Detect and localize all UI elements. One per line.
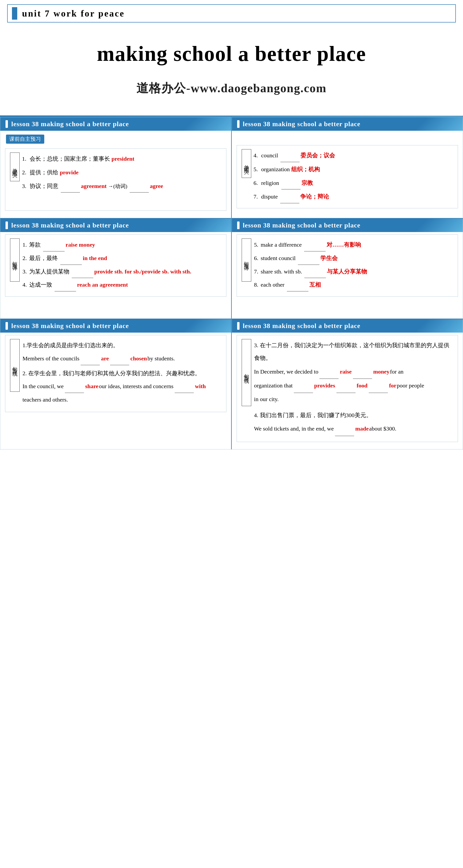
section-label-col: 单词闯关 [10,153,20,181]
section-label-col: 句型在线 [10,339,20,392]
phrase-en: student council [261,252,296,265]
sentence-items-right: 3. 在十二月份，我们决定为一个组织筹款，这个组织为我们城市里的穷人提供食物。 … [254,339,453,438]
vocab-num: 4. [254,149,261,162]
sent-part: In the council, we [23,380,64,393]
phrase-num: 2. [23,252,29,265]
header-bar-icon [5,120,8,128]
vocab-answer-3b: agree [150,180,163,192]
header-bar [12,7,17,20]
panel-5-header: lesson 38 making school a better place [0,319,231,333]
panel-2: lesson 38 making school a better place 单… [232,117,463,218]
phrase-answer-1: raise money [66,239,95,251]
answer-food: food [357,379,367,393]
panel-2-header: lesson 38 making school a better place [232,117,463,131]
sentence-items: 1.学生会的成员是由学生们选出来的。 Members of the counci… [23,339,221,408]
sent-part: by students. [147,352,175,365]
phrase-cn: 筹款 [29,239,41,251]
phrase-answer-8: 互相 [309,278,321,291]
vocab-cn: 提供；供给 [30,166,58,179]
phrase-item-7: 7. share sth. with sb. 与某人分享某物 [254,265,453,278]
panel-2-content: 单词闯关 4. council 委员会；议会 5. organization 组… [237,145,458,208]
section-label-col: 句型在线 [242,339,251,406]
sentence-item-2: 2. 在学生会里，我们与老师们和其他人分享我们的想法、兴趣和忧虑。 In the… [23,367,221,406]
phrase-num: 8. [254,278,261,291]
sentence-en-1: Members of the councils are chosen by st… [23,352,221,365]
phrase-answer-7: 与某人分享某物 [327,265,367,278]
phrase-cn: 最后，最终 [29,252,58,265]
vocab-num: 3. [22,180,30,192]
panel-5-content: 句型在线 1.学生会的成员是由学生们选出来的。 Members of the c… [5,335,226,412]
sent-part: In December, we decided to [254,365,319,379]
vocab-en: organization [261,163,290,176]
phrase-answer-4: reach an agreeement [77,278,128,291]
panel-4: lesson 38 making school a better place 短… [232,218,463,319]
panel-1-title: lesson 38 making school a better place [11,120,129,128]
vocab-answer-1: president [111,153,134,165]
section-label-col: 单词闯关 [242,149,251,178]
phrase-num: 6. [254,252,261,265]
panel-3: lesson 38 making school a better place 短… [0,218,232,319]
phrase-en: each other [261,278,285,291]
header-bar-icon [5,221,8,229]
panel-6-content: 句型在线 3. 在十二月份，我们决定为一个组织筹款，这个组织为我们城市里的穷人提… [237,335,458,442]
answer-money: money [373,365,390,379]
phrase-item-5: 5. make a difference 对……有影响 [254,239,453,251]
sent-part: in our city. [254,393,279,406]
header-bar-icon [237,322,239,330]
answer-provides: provides [314,379,335,393]
phrase-items: 1. 筹款 raise money 2. 最后，最终 in the end 3.… [23,239,221,292]
sent-part: poor people [397,379,424,393]
phrase-item-2: 2. 最后，最终 in the end [23,252,221,265]
phrase-blank [43,239,65,251]
panel-4-header: lesson 38 making school a better place [232,219,463,232]
answer-chosen: chosen [130,352,147,365]
vocab-item-7: 7. dispute 争论；辩论 [254,190,453,203]
panel-1-header: lesson 38 making school a better place [0,117,231,131]
inline-blank [320,365,338,379]
vocab-item-5: 5. organization 组织；机构 [254,163,453,176]
vocab-items: 4. council 委员会；议会 5. organization 组织；机构 … [254,149,453,204]
phrase-en: make a difference [261,239,302,251]
panel-2-title: lesson 38 making school a better place [243,120,361,128]
inline-blank [110,352,129,365]
phrase-num: 7. [254,265,261,278]
inline-blank [353,365,372,379]
answer-made: made [355,422,369,436]
main-title: making school a better place [0,42,463,66]
vocab-num: 5. [254,163,261,176]
lesson-grid: lesson 38 making school a better place 课… [0,116,463,450]
sentence-en-3c: in our city. [254,393,453,406]
panel-5-title: lesson 38 making school a better place [11,322,129,330]
panel-6-header: lesson 38 making school a better place [232,319,463,333]
tag-badge: 课前自主预习 [6,134,44,144]
inline-blank [336,379,356,393]
answer-are: are [101,352,109,365]
phrase-item-1: 1. 筹款 raise money [23,239,221,251]
sentence-en-4: We sold tickets and, in the end, we made… [254,422,453,436]
inline-blank [335,422,354,436]
vocab-item-6: 6. religion 宗教 [254,177,453,190]
phrase-num: 4. [23,278,29,291]
phrase-cn: 达成一致 [29,278,52,291]
sent-part: our ideas, interests and concerns [99,380,173,393]
vocab-answer-4: 委员会；议会 [301,149,335,162]
panel-3-title: lesson 38 making school a better place [11,221,129,229]
phrase-num: 3. [23,265,29,278]
vocab-en: council [261,149,278,162]
phrase-answer-3: provide sth. for sb./provide sb. with st… [94,265,191,278]
phrase-blank [72,265,93,278]
phrase-num: 1. [23,239,29,251]
sentence-item-3: 3. 在十二月份，我们决定为一个组织筹款，这个组织为我们城市里的穷人提供食物。 … [254,339,453,406]
panel-5: lesson 38 making school a better place 句… [0,319,232,450]
phrase-item-6: 6. student council 学生会 [254,252,453,265]
panel-1: lesson 38 making school a better place 课… [0,117,232,218]
sentence-en-2: In the council, we share our ideas, inte… [23,380,221,406]
header-bar-icon [237,120,239,128]
sentence-en-3b: organization that provides food for poor… [254,379,453,393]
answer-for: for [389,379,396,393]
phrase-blank [304,239,326,251]
vocab-cn: 协议；同意 [30,180,58,192]
phrase-item-3: 3. 为某人提供某物 provide sth. for sb./provide … [23,265,221,278]
vocab-num: 6. [254,177,261,189]
vocab-answer-6: 宗教 [301,177,313,189]
